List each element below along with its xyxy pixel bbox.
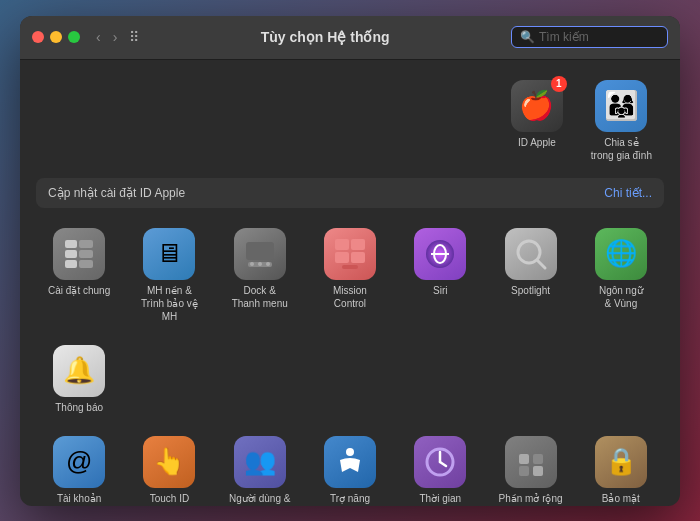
siri-icon: [414, 228, 466, 280]
extensions-label: Phần mở rộng: [498, 492, 562, 505]
mission-item[interactable]: MissionControl: [307, 220, 393, 331]
screentime-item[interactable]: Thời giansử dụng: [397, 428, 483, 506]
mission-label: MissionControl: [333, 284, 367, 310]
screentime-label: Thời giansử dụng: [419, 492, 461, 506]
svg-rect-11: [335, 239, 349, 250]
minimize-button[interactable]: [50, 31, 62, 43]
touchid-item[interactable]: 👆 Touch ID: [126, 428, 212, 506]
svg-point-10: [266, 262, 270, 266]
row-2: @ Tài khoảninternet 👆 Touch ID 👥 Người d…: [36, 428, 664, 506]
search-box[interactable]: 🔍: [511, 26, 668, 48]
notification-label: Thông báo: [55, 401, 103, 414]
apple-id-item[interactable]: 🍎 1 ID Apple: [507, 72, 567, 170]
siri-label: Siri: [433, 284, 447, 297]
svg-rect-6: [246, 242, 274, 260]
family-sharing-icon: 👨‍👩‍👧: [595, 80, 647, 132]
search-input[interactable]: [539, 30, 659, 44]
content-area: 🍎 1 ID Apple 👨‍👩‍👧 Chia sẻtrong gia đình…: [20, 60, 680, 506]
touchid-label: Touch ID: [150, 492, 189, 505]
family-sharing-label: Chia sẻtrong gia đình: [591, 136, 652, 162]
svg-rect-2: [65, 260, 77, 268]
svg-rect-3: [79, 240, 93, 248]
banner-link[interactable]: Chi tiết...: [604, 186, 652, 200]
general-item[interactable]: Cài đặt chung: [36, 220, 122, 331]
extensions-item[interactable]: Phần mở rộng: [487, 428, 573, 506]
apple-id-icon: 🍎 1: [511, 80, 563, 132]
screentime-icon: [414, 436, 466, 488]
notification-item[interactable]: 🔔 Thông báo: [36, 337, 122, 422]
svg-rect-15: [342, 265, 358, 269]
language-icon: 🌐: [595, 228, 647, 280]
maximize-button[interactable]: [68, 31, 80, 43]
svg-point-9: [258, 262, 262, 266]
internet-icon: @: [53, 436, 105, 488]
row-1: Cài đặt chung 🖥 MH nền &Trình bảo vệ MH …: [36, 220, 664, 422]
internet-label: Tài khoảninternet: [57, 492, 101, 506]
security-item[interactable]: 🔒 Bảo mật& Quyền riêng tư: [578, 428, 664, 506]
titlebar: ‹ › ⠿ Tùy chọn Hệ thống 🔍: [20, 16, 680, 60]
general-icon: [53, 228, 105, 280]
users-label: Người dùng &Nhóm: [229, 492, 290, 506]
apple-id-banner: Cập nhật cài đặt ID Apple Chi tiết...: [36, 178, 664, 208]
accessibility-label: Trợ năng: [330, 492, 370, 505]
svg-point-8: [250, 262, 254, 266]
extensions-icon: [505, 436, 557, 488]
svg-rect-27: [519, 466, 529, 476]
svg-point-21: [346, 448, 354, 456]
window-title: Tùy chọn Hệ thống: [139, 29, 511, 45]
back-button[interactable]: ‹: [92, 27, 105, 47]
family-sharing-item[interactable]: 👨‍👩‍👧 Chia sẻtrong gia đình: [587, 72, 656, 170]
notification-icon: 🔔: [53, 345, 105, 397]
grid-view-button[interactable]: ⠿: [129, 29, 139, 45]
desktop-label: MH nền &Trình bảo vệ MH: [133, 284, 205, 323]
apple-id-label: ID Apple: [518, 136, 556, 149]
users-icon: 👥: [234, 436, 286, 488]
traffic-lights: [32, 31, 80, 43]
close-button[interactable]: [32, 31, 44, 43]
dock-label: Dock &Thanh menu: [232, 284, 288, 310]
search-icon: 🔍: [520, 30, 535, 44]
touchid-icon: 👆: [143, 436, 195, 488]
svg-rect-14: [351, 252, 365, 263]
siri-item[interactable]: Siri: [397, 220, 483, 331]
spotlight-label: Spotlight: [511, 284, 550, 297]
dock-item[interactable]: Dock &Thanh menu: [217, 220, 303, 331]
svg-rect-13: [335, 252, 349, 263]
internet-item[interactable]: @ Tài khoảninternet: [36, 428, 122, 506]
spotlight-icon: [505, 228, 557, 280]
svg-rect-12: [351, 239, 365, 250]
language-item[interactable]: 🌐 Ngôn ngữ& Vùng: [578, 220, 664, 331]
svg-rect-1: [65, 250, 77, 258]
banner-text: Cập nhật cài đặt ID Apple: [48, 186, 185, 200]
forward-button[interactable]: ›: [109, 27, 122, 47]
svg-line-24: [440, 462, 446, 466]
security-icon: 🔒: [595, 436, 647, 488]
svg-rect-26: [533, 454, 543, 464]
security-label: Bảo mật& Quyền riêng tư: [585, 492, 657, 506]
users-item[interactable]: 👥 Người dùng &Nhóm: [217, 428, 303, 506]
svg-rect-4: [79, 250, 93, 258]
svg-rect-28: [533, 466, 543, 476]
top-icons-row: 🍎 1 ID Apple 👨‍👩‍👧 Chia sẻtrong gia đình: [36, 72, 664, 170]
svg-rect-5: [79, 260, 93, 268]
mission-icon: [324, 228, 376, 280]
apple-id-badge: 1: [551, 76, 567, 92]
svg-line-20: [537, 260, 545, 268]
svg-rect-0: [65, 240, 77, 248]
desktop-icon: 🖥: [143, 228, 195, 280]
accessibility-icon: [324, 436, 376, 488]
accessibility-item[interactable]: Trợ năng: [307, 428, 393, 506]
spotlight-item[interactable]: Spotlight: [487, 220, 573, 331]
general-label: Cài đặt chung: [48, 284, 110, 297]
system-preferences-window: ‹ › ⠿ Tùy chọn Hệ thống 🔍 🍎 1 ID Apple 👨…: [20, 16, 680, 506]
desktop-item[interactable]: 🖥 MH nền &Trình bảo vệ MH: [126, 220, 212, 331]
nav-arrows: ‹ ›: [92, 27, 121, 47]
dock-icon: [234, 228, 286, 280]
svg-rect-25: [519, 454, 529, 464]
language-label: Ngôn ngữ& Vùng: [599, 284, 643, 310]
